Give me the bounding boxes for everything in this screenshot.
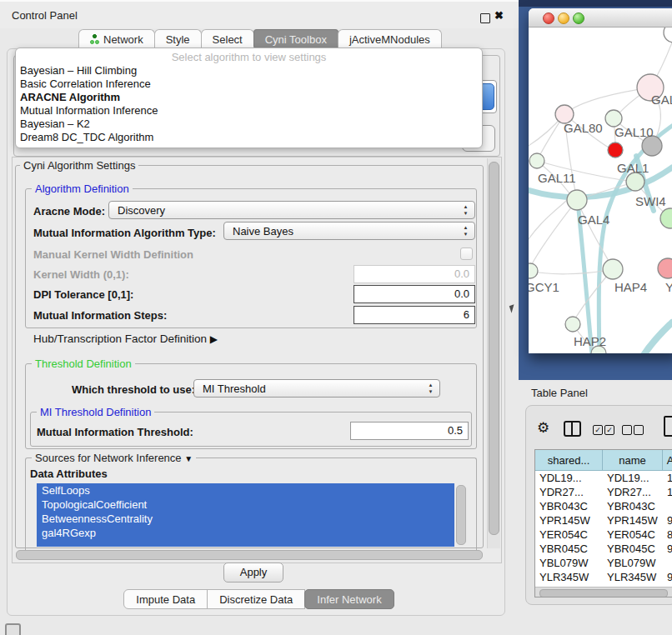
algorithm-option-mutual-information-inference[interactable]: Mutual Information Inference [16, 104, 482, 118]
algorithm-option-bayesian-hill-climbing[interactable]: Bayesian – Hill Climbing [16, 64, 482, 78]
tab-discretize-data[interactable]: Discretize Data [207, 589, 305, 609]
node-gcy1[interactable] [529, 263, 538, 278]
table-row[interactable]: YPR145WYPR145W9. [535, 513, 672, 528]
kernel-width-field[interactable]: 0.0 [354, 265, 475, 283]
network-window-titlebar[interactable] [529, 8, 672, 28]
node-partial-top[interactable] [664, 28, 672, 42]
close-window-icon[interactable]: ✖ [494, 9, 504, 22]
table-hscrollbar[interactable] [535, 587, 672, 598]
split-column-icon[interactable] [564, 421, 581, 437]
table-cell: 12 [663, 485, 672, 499]
minimized-panel-icon[interactable] [5, 623, 21, 635]
unchecked-box-icon[interactable] [634, 425, 644, 435]
table-row[interactable]: YIL052CYIL052C0 [535, 584, 672, 586]
node-label-gal10: GAL10 [614, 125, 654, 139]
table-cell: YPR145W [603, 513, 663, 528]
tab-cyni-toolbox[interactable]: Cyni Toolbox [253, 29, 339, 48]
table-row[interactable]: YER054CYER054C8. [535, 528, 672, 542]
table-row[interactable]: YBL079WYBL079W [535, 556, 672, 570]
network-edge [642, 322, 672, 353]
attribute-item-selfloops[interactable]: SelfLoops [37, 483, 454, 498]
algorithm-option-aracne-algorithm[interactable]: ARACNE Algorithm [16, 91, 482, 104]
zoom-traffic-light-icon[interactable] [573, 12, 584, 24]
tab-style[interactable]: Style [154, 29, 202, 48]
table-cell: 9. [663, 542, 672, 556]
unchecked-box-icon[interactable] [622, 425, 632, 435]
tab-label: Select [213, 33, 243, 46]
top-tab-row: NetworkStyleSelectCyni ToolboxjActiveMNo… [78, 29, 441, 48]
attribute-item-gal4rgexp[interactable]: gal4RGexp [37, 526, 454, 540]
data-attributes-list: SelfLoopsTopologicalCoefficientBetweenne… [37, 483, 454, 547]
node-label-gal11: GAL11 [538, 171, 576, 185]
attribute-item-betweennesscentrality[interactable]: BetweennessCentrality [37, 512, 454, 526]
node-gal4[interactable] [567, 190, 587, 210]
file-icon[interactable] [664, 416, 672, 437]
restore-window-icon[interactable] [480, 13, 490, 23]
table-hscrollbar-thumb[interactable] [539, 589, 668, 598]
column-header-a[interactable]: A [663, 450, 672, 470]
table-row[interactable]: YDR27...YDR27...12 [535, 485, 672, 499]
table-cell: YBR043C [535, 499, 603, 513]
column-header-shared-[interactable]: shared... [535, 450, 603, 470]
aracne-mode-select[interactable]: Discovery ▲▼ [108, 201, 475, 219]
stepper-icon[interactable]: ▲▼ [461, 224, 470, 238]
network-view-window[interactable]: GALGAL80GAL10GAL11GAL1SWI4GAL4GCY1HAP4YH… [529, 8, 672, 353]
minimize-traffic-light-icon[interactable] [558, 12, 569, 24]
table-cell: YLR345W [603, 570, 663, 584]
mi-threshold-definition-title: MI Threshold Definition [37, 406, 154, 418]
attribute-item-topologicalcoefficient[interactable]: TopologicalCoefficient [37, 498, 454, 512]
algorithm-option-bayesian-k2[interactable]: Bayesian – K2 [16, 118, 482, 131]
network-edge [579, 210, 592, 353]
node-selected-red[interactable] [608, 142, 623, 158]
network-canvas[interactable]: GALGAL80GAL10GAL11GAL1SWI4GAL4GCY1HAP4YH… [529, 28, 672, 353]
mi-threshold-field[interactable]: 0.5 [350, 422, 469, 440]
mi-steps-field[interactable]: 6 [354, 306, 475, 324]
apply-button[interactable]: Apply [223, 562, 283, 582]
table-row[interactable]: YBR043CYBR043C [535, 499, 672, 513]
sources-toggle[interactable]: Sources for Network Inference ▼ [32, 452, 196, 464]
node-swi4[interactable] [660, 208, 672, 228]
sources-title: Sources for Network Inference [35, 452, 182, 464]
network-edge [529, 200, 577, 271]
gear-icon[interactable]: ⚙ [537, 419, 549, 437]
node-y-node[interactable] [658, 258, 672, 278]
collapse-down-icon[interactable]: ▼ [184, 454, 193, 463]
algorithm-option-dream8-dc-tdc-algorithm[interactable]: Dream8 DC_TDC Algorithm [16, 131, 482, 144]
which-threshold-select[interactable]: MI Threshold ▲▼ [193, 379, 440, 398]
node-table: shared...nameA YDL19...YDL19...13YDR27..… [534, 449, 672, 598]
checked-box-icon[interactable]: ✓ [604, 425, 614, 435]
table-row[interactable]: YLR345WYLR345W9. [535, 570, 672, 584]
tab-network[interactable]: Network [78, 29, 155, 48]
algorithm-option-basic-correlation-inference[interactable]: Basic Correlation Inference [16, 78, 482, 91]
node-hap4[interactable] [603, 259, 623, 279]
attributes-list-scrollbar[interactable] [456, 485, 466, 545]
network-graph[interactable]: GALGAL80GAL10GAL11GAL1SWI4GAL4GCY1HAP4YH… [529, 28, 672, 353]
node-label-y: Y [665, 280, 672, 294]
hub-definition-toggle[interactable]: Hub/Transcription Factor Definition ▶ [33, 332, 218, 345]
node-gal10[interactable] [605, 110, 622, 127]
close-traffic-light-icon[interactable] [543, 12, 554, 24]
tab-impute-data[interactable]: Impute Data [123, 589, 208, 609]
tab-jactivemnodules[interactable]: jActiveMNodules [338, 29, 442, 48]
node-gal1[interactable] [626, 172, 644, 191]
tab-infer-network[interactable]: Infer Network [304, 589, 394, 609]
node-label-hap2: HAP2 [574, 334, 606, 348]
mi-algorithm-type-select[interactable]: Naive Bayes ▲▼ [223, 222, 475, 240]
table-cell: YDL19... [603, 471, 663, 485]
stepper-icon[interactable]: ▲▼ [461, 203, 470, 217]
checked-box-icon[interactable]: ✓ [593, 425, 603, 435]
table-panel-section: Table Panel ⚙ ✓ ✓ shared...nameA YDL19..… [519, 380, 672, 635]
expand-right-icon[interactable]: ▶ [210, 333, 218, 345]
dpi-tolerance-field[interactable]: 0.0 [354, 285, 475, 303]
manual-kernel-checkbox[interactable] [460, 248, 473, 260]
column-header-name[interactable]: name [603, 450, 663, 470]
table-row[interactable]: YDL19...YDL19...13 [535, 471, 672, 485]
tab-label: Cyni Toolbox [265, 33, 327, 46]
node-hap2[interactable] [565, 317, 580, 332]
tab-select[interactable]: Select [201, 29, 254, 48]
settings-vscrollbar-thumb[interactable] [489, 162, 499, 535]
table-row[interactable]: YBR045CYBR045C9. [535, 542, 672, 556]
stepper-icon[interactable]: ▲▼ [426, 382, 435, 395]
settings-hscrollbar[interactable] [16, 550, 483, 560]
node-gal11[interactable] [529, 153, 544, 168]
